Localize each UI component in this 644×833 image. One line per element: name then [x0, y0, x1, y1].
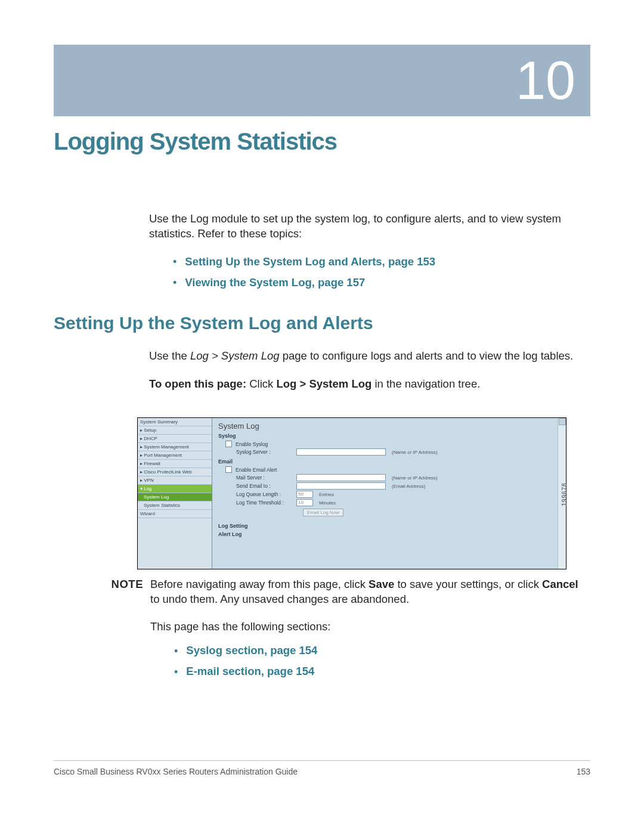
panel-title: System Log [218, 422, 560, 431]
bullet-icon: • [174, 644, 178, 659]
nav-item-system-log[interactable]: System Log [138, 493, 212, 501]
nav-item[interactable]: ▸ Firewall [138, 460, 212, 468]
bullet-icon: • [174, 665, 178, 680]
chapter-number: 10 [516, 50, 575, 112]
send-email-input[interactable] [296, 482, 386, 490]
section-link[interactable]: E-mail section, page 154 [186, 665, 314, 678]
mail-server-label: Mail Server : [236, 475, 293, 481]
note-row: NOTE Before navigating away from this pa… [54, 577, 590, 607]
nav-item-log[interactable]: ▾ Log [138, 485, 212, 493]
nav-item[interactable]: ▸ DHCP [138, 435, 212, 443]
intro-paragraph: Use the Log module to set up the system … [149, 212, 590, 241]
nav-item[interactable]: ▸ Port Management [138, 451, 212, 460]
nav-item[interactable]: ▸ System Management [138, 443, 212, 451]
footer-rule [54, 760, 590, 761]
system-log-panel: System Log Syslog Enable Syslog Syslog S… [212, 418, 566, 569]
scroll-up-icon[interactable] [559, 418, 566, 425]
system-log-screenshot: System Summary ▸ Setup ▸ DHCP ▸ System M… [137, 417, 566, 569]
mail-server-input[interactable] [296, 474, 386, 481]
syslog-heading: Syslog [218, 433, 560, 439]
open-page-paragraph: To open this page: Click Log > System Lo… [149, 377, 590, 392]
topic-item: • Setting Up the System Log and Alerts, … [173, 255, 590, 270]
section-link-item: • E-mail section, page 154 [174, 665, 590, 680]
section-body: Use the Log > System Log page to configu… [149, 349, 590, 405]
nav-item[interactable]: System Summary [138, 418, 212, 426]
queue-length-input[interactable]: 50 [296, 491, 313, 498]
page-footer: Cisco Small Business RV0xx Series Router… [54, 767, 590, 776]
nav-item[interactable]: ▸ Setup [138, 426, 212, 435]
screenshot-figure: System Summary ▸ Setup ▸ DHCP ▸ System M… [137, 417, 568, 571]
nav-item[interactable]: ▸ VPN [138, 476, 212, 485]
nav-item[interactable]: System Statistics [138, 501, 212, 510]
page-title: Logging System Statistics [54, 128, 337, 155]
log-setting-heading: Log Setting [218, 523, 560, 529]
section-link-item: • Syslog section, page 154 [174, 644, 590, 659]
topic-list: • Setting Up the System Log and Alerts, … [173, 255, 590, 290]
following-sections-text: This page has the following sections: [150, 620, 590, 633]
bullet-icon: • [173, 275, 177, 290]
section-link[interactable]: Syslog section, page 154 [186, 644, 317, 657]
section-paragraph: Use the Log > System Log page to configu… [149, 349, 590, 364]
footer-page-number: 153 [577, 767, 590, 776]
note-text: Before navigating away from this page, c… [150, 577, 590, 607]
enable-syslog-checkbox[interactable] [225, 441, 232, 447]
enable-email-checkbox[interactable] [225, 466, 232, 473]
syslog-server-input[interactable] [296, 448, 386, 456]
syslog-server-label: Syslog Server : [236, 449, 293, 455]
section-link-list: • Syslog section, page 154 • E-mail sect… [174, 644, 590, 680]
figure-id: 199678 [561, 482, 568, 506]
topic-link[interactable]: Setting Up the System Log and Alerts, pa… [185, 255, 435, 270]
topic-link[interactable]: Viewing the System Log, page 157 [185, 275, 365, 290]
nav-item-wizard[interactable]: Wizard [138, 510, 212, 518]
note-label: NOTE [54, 577, 143, 607]
email-heading: Email [218, 459, 560, 465]
topic-item: • Viewing the System Log, page 157 [173, 275, 590, 290]
email-log-now-button[interactable]: Email Log Now [303, 509, 343, 516]
footer-guide-title: Cisco Small Business RV0xx Series Router… [54, 767, 298, 776]
nav-item[interactable]: ▸ Cisco ProtectLink Web [138, 468, 212, 476]
enable-email-label: Enable Email Alert [236, 467, 277, 473]
alert-log-heading: Alert Log [218, 531, 560, 537]
queue-length-label: Log Queue Length : [236, 491, 293, 497]
nav-tree: System Summary ▸ Setup ▸ DHCP ▸ System M… [138, 418, 212, 569]
send-email-label: Send Email to : [236, 483, 293, 489]
intro-block: Use the Log module to set up the system … [149, 212, 590, 308]
time-threshold-input[interactable]: 10 [296, 499, 313, 506]
bullet-icon: • [173, 255, 177, 270]
after-figure-block: NOTE Before navigating away from this pa… [54, 577, 590, 686]
name-ip-hint: (Name or IP Address) [392, 450, 438, 455]
enable-syslog-label: Enable Syslog [236, 441, 268, 447]
chapter-banner: 10 [54, 45, 590, 116]
time-threshold-label: Log Time Threshold : [236, 500, 293, 506]
section-heading: Setting Up the System Log and Alerts [54, 313, 373, 333]
